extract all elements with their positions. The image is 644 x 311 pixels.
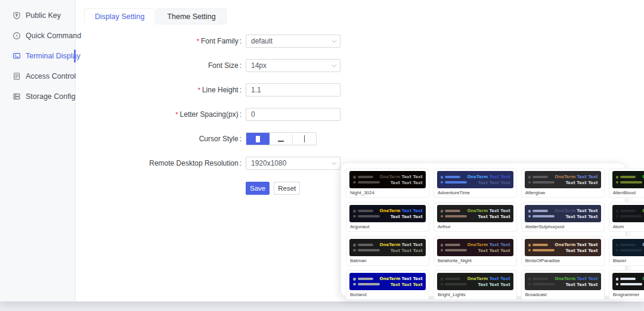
theme-card-arthur[interactable]: OneTermText TextText Text TextArthur xyxy=(434,202,517,232)
preview-dot xyxy=(441,244,444,247)
preview-ui-blocks xyxy=(353,278,380,285)
preview-dot xyxy=(353,215,356,218)
cursor-style-underline[interactable] xyxy=(270,133,293,145)
theme-card-bright-lights[interactable]: OneTermText TextText Text TextBright_Lig… xyxy=(434,270,517,300)
required-marker: * xyxy=(198,86,200,94)
input-value: 0 xyxy=(251,110,335,119)
preview-dot xyxy=(353,249,356,252)
preview-line2: Text Text Text xyxy=(467,214,510,220)
preview-bar xyxy=(532,249,555,251)
preview-bar xyxy=(445,215,467,217)
theme-preview: OneTermText TextText Text Text xyxy=(349,205,426,222)
tab-display-setting[interactable]: Display Setting xyxy=(84,8,155,24)
sidebar-item-terminal-display[interactable]: Terminal Display xyxy=(0,46,75,66)
preview-row xyxy=(353,278,380,281)
theme-preview: OneTermText TextText Text Text xyxy=(349,273,426,290)
tab-theme-setting[interactable]: Theme Setting xyxy=(156,8,226,24)
sidebar-item-storage-config[interactable]: Storage Config xyxy=(0,86,75,107)
preview-bar xyxy=(358,181,380,184)
preview-row xyxy=(616,249,643,252)
preview-dot xyxy=(528,278,531,281)
preview-text: OneTermText TextText Text Text xyxy=(380,174,423,186)
label-colon: : xyxy=(240,135,242,143)
preview-row xyxy=(616,215,643,218)
form-row-font-family: *Font Family:default xyxy=(84,35,442,48)
theme-card-blazer[interactable]: OneTermText TextText Text TextBlazer xyxy=(609,236,644,266)
remote-desktop-resolution-select[interactable]: 1920x1080 xyxy=(246,157,340,170)
line-height-input[interactable]: 1.1 xyxy=(246,83,340,97)
preview-row xyxy=(616,210,643,213)
preview-dot xyxy=(528,210,531,213)
brand-text: OneTerm xyxy=(555,175,575,179)
theme-name: Batman xyxy=(349,258,426,263)
sidebar-item-label: Terminal Display xyxy=(26,52,80,60)
theme-card-borland[interactable]: OneTermText TextText Text TextBorland xyxy=(346,270,429,300)
theme-card-ateliersulphurpool[interactable]: OneTermText TextText Text TextAtelierSul… xyxy=(521,202,605,232)
theme-card-birdsofparadise[interactable]: OneTermText TextText Text TextBirdsOfPar… xyxy=(521,236,605,266)
preview-dot xyxy=(616,210,619,213)
theme-card-afterglow[interactable]: OneTermText TextText Text TextAfterglow xyxy=(521,168,605,198)
theme-name: Arthur xyxy=(437,224,513,229)
preview-text: OneTermText TextText Text Text xyxy=(467,208,510,220)
preview-text: OneTermText TextText Text Text xyxy=(467,174,510,186)
reset-button[interactable]: Reset xyxy=(274,182,300,195)
preview-ui-blocks xyxy=(441,244,467,251)
sidebar-item-label: Quick Command xyxy=(26,32,81,40)
line1-text: Text Text xyxy=(402,276,423,281)
preview-line2: Text Text Text xyxy=(555,248,597,254)
theme-preview: OneTermText TextText Text Text xyxy=(437,205,513,222)
preview-bar xyxy=(620,278,636,280)
preview-dot xyxy=(353,283,356,286)
brand-text: OneTerm xyxy=(380,242,401,247)
preview-row xyxy=(441,249,467,252)
preview-text: OneTermText TextText Text Text xyxy=(555,174,597,186)
preview-text: OneTermText TextText Text Text xyxy=(380,208,423,220)
sidebar-item-quick-command[interactable]: Quick Command xyxy=(0,26,75,46)
preview-line2: Text Text Text xyxy=(467,180,510,186)
preview-line2: Text Text Text xyxy=(555,282,597,288)
letter-spacing-px-input[interactable]: 0 xyxy=(246,108,340,121)
preview-bar xyxy=(358,249,380,251)
select-value: 14px xyxy=(251,61,332,70)
save-button[interactable]: Save xyxy=(246,182,270,195)
theme-card-batman[interactable]: OneTermText TextText Text TextBatman xyxy=(346,236,429,266)
label-colon: : xyxy=(240,61,242,70)
preview-row xyxy=(441,181,467,184)
preview-bar xyxy=(620,215,642,217)
preview-line1: OneTermText Text xyxy=(555,174,597,180)
label-colon: : xyxy=(240,110,242,119)
theme-card-argonaut[interactable]: OneTermText TextText Text TextArgonaut xyxy=(346,202,429,232)
form-row-letter-spacing-px: *Letter Spacing(px):0 xyxy=(84,108,442,121)
cursor-style-block[interactable] xyxy=(246,133,270,145)
preview-bar xyxy=(620,244,636,246)
preview-bar xyxy=(620,283,642,285)
preview-ui-blocks xyxy=(616,244,643,251)
cursor-style-bar[interactable] xyxy=(293,133,316,145)
preview-dot xyxy=(441,278,444,281)
line1-text: Text Text xyxy=(577,175,597,179)
preview-row xyxy=(616,244,643,247)
access-control-icon xyxy=(13,72,21,80)
theme-card-night-3024[interactable]: OneTermText TextText Text TextNight_3024 xyxy=(346,168,429,198)
preview-line1: OneTermText Text xyxy=(467,208,510,214)
preview-dot xyxy=(528,244,531,247)
theme-card-atom[interactable]: OneTermText TextText Text TextAtom xyxy=(609,202,644,232)
required-marker: * xyxy=(175,111,178,118)
theme-card-adventuretime[interactable]: OneTermText TextText Text TextAdventureT… xyxy=(434,168,517,198)
chevron-down-icon xyxy=(332,160,336,164)
sidebar-item-access-control[interactable]: Access Control xyxy=(0,66,75,86)
preview-bar xyxy=(358,278,373,280)
theme-card-alienblood[interactable]: OneTermText TextText Text TextAlienBlood xyxy=(609,168,644,198)
font-family-select[interactable]: default xyxy=(246,35,340,48)
font-size-select[interactable]: 14px xyxy=(246,59,340,72)
cursor-bar-icon xyxy=(304,135,305,142)
theme-preview: OneTermText TextText Text Text xyxy=(437,171,513,188)
theme-card-brogrammer[interactable]: OneTermText TextText Text TextBrogrammer xyxy=(609,270,644,300)
preview-dot xyxy=(441,215,444,218)
preview-dot xyxy=(528,283,531,286)
theme-card-belafonte-night[interactable]: OneTermText TextText Text TextBelafonte_… xyxy=(434,236,517,266)
sidebar-item-public-key[interactable]: Public Key xyxy=(0,5,75,26)
preview-dot xyxy=(441,176,444,179)
theme-grid: OneTermText TextText Text TextNight_3024… xyxy=(346,168,620,300)
theme-card-broadcast[interactable]: OneTermText TextText Text TextBroadcast xyxy=(521,270,605,300)
